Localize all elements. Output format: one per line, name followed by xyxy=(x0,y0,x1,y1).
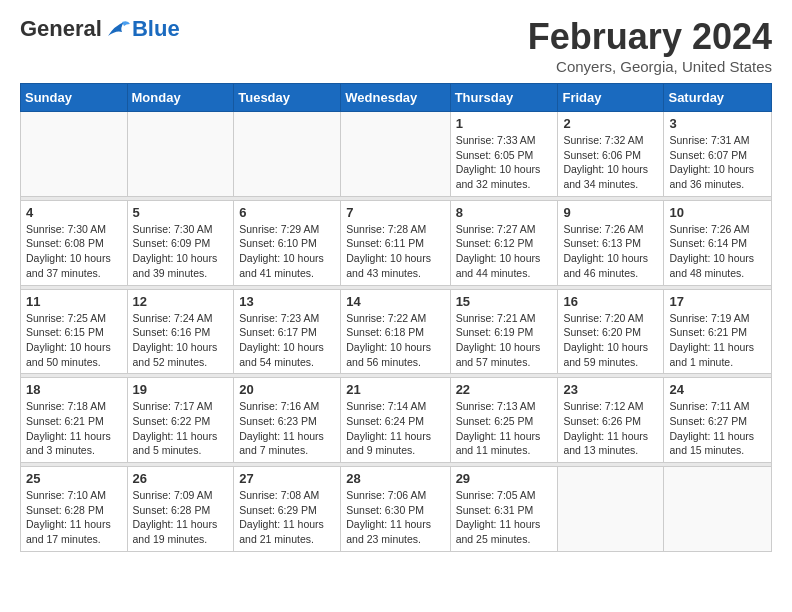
day-number: 3 xyxy=(669,116,766,131)
calendar-cell: 17Sunrise: 7:19 AMSunset: 6:21 PMDayligh… xyxy=(664,289,772,374)
calendar-cell: 21Sunrise: 7:14 AMSunset: 6:24 PMDayligh… xyxy=(341,378,450,463)
day-number: 21 xyxy=(346,382,444,397)
calendar-cell: 29Sunrise: 7:05 AMSunset: 6:31 PMDayligh… xyxy=(450,467,558,552)
weekday-header-friday: Friday xyxy=(558,84,664,112)
logo-general: General xyxy=(20,16,102,42)
day-detail: Sunrise: 7:30 AMSunset: 6:09 PMDaylight:… xyxy=(133,222,229,281)
week-row-2: 4Sunrise: 7:30 AMSunset: 6:08 PMDaylight… xyxy=(21,200,772,285)
day-number: 6 xyxy=(239,205,335,220)
day-detail: Sunrise: 7:26 AMSunset: 6:13 PMDaylight:… xyxy=(563,222,658,281)
calendar-cell: 11Sunrise: 7:25 AMSunset: 6:15 PMDayligh… xyxy=(21,289,128,374)
day-detail: Sunrise: 7:30 AMSunset: 6:08 PMDaylight:… xyxy=(26,222,122,281)
day-number: 24 xyxy=(669,382,766,397)
calendar-cell: 6Sunrise: 7:29 AMSunset: 6:10 PMDaylight… xyxy=(234,200,341,285)
day-detail: Sunrise: 7:23 AMSunset: 6:17 PMDaylight:… xyxy=(239,311,335,370)
day-number: 7 xyxy=(346,205,444,220)
day-number: 25 xyxy=(26,471,122,486)
logo-text: General Blue xyxy=(20,16,180,42)
calendar-cell xyxy=(558,467,664,552)
day-number: 28 xyxy=(346,471,444,486)
day-detail: Sunrise: 7:09 AMSunset: 6:28 PMDaylight:… xyxy=(133,488,229,547)
logo-blue: Blue xyxy=(132,16,180,42)
weekday-header-thursday: Thursday xyxy=(450,84,558,112)
day-detail: Sunrise: 7:05 AMSunset: 6:31 PMDaylight:… xyxy=(456,488,553,547)
day-number: 2 xyxy=(563,116,658,131)
day-detail: Sunrise: 7:11 AMSunset: 6:27 PMDaylight:… xyxy=(669,399,766,458)
day-number: 29 xyxy=(456,471,553,486)
day-number: 23 xyxy=(563,382,658,397)
calendar-cell: 8Sunrise: 7:27 AMSunset: 6:12 PMDaylight… xyxy=(450,200,558,285)
logo-bird-icon xyxy=(104,18,132,40)
calendar-cell: 22Sunrise: 7:13 AMSunset: 6:25 PMDayligh… xyxy=(450,378,558,463)
day-detail: Sunrise: 7:20 AMSunset: 6:20 PMDaylight:… xyxy=(563,311,658,370)
day-number: 15 xyxy=(456,294,553,309)
calendar-cell: 13Sunrise: 7:23 AMSunset: 6:17 PMDayligh… xyxy=(234,289,341,374)
day-detail: Sunrise: 7:06 AMSunset: 6:30 PMDaylight:… xyxy=(346,488,444,547)
day-number: 11 xyxy=(26,294,122,309)
calendar-cell: 16Sunrise: 7:20 AMSunset: 6:20 PMDayligh… xyxy=(558,289,664,374)
week-row-4: 18Sunrise: 7:18 AMSunset: 6:21 PMDayligh… xyxy=(21,378,772,463)
day-detail: Sunrise: 7:26 AMSunset: 6:14 PMDaylight:… xyxy=(669,222,766,281)
day-detail: Sunrise: 7:13 AMSunset: 6:25 PMDaylight:… xyxy=(456,399,553,458)
calendar-cell: 20Sunrise: 7:16 AMSunset: 6:23 PMDayligh… xyxy=(234,378,341,463)
day-detail: Sunrise: 7:25 AMSunset: 6:15 PMDaylight:… xyxy=(26,311,122,370)
day-detail: Sunrise: 7:29 AMSunset: 6:10 PMDaylight:… xyxy=(239,222,335,281)
day-number: 16 xyxy=(563,294,658,309)
day-number: 9 xyxy=(563,205,658,220)
calendar-cell: 24Sunrise: 7:11 AMSunset: 6:27 PMDayligh… xyxy=(664,378,772,463)
calendar-cell: 23Sunrise: 7:12 AMSunset: 6:26 PMDayligh… xyxy=(558,378,664,463)
day-number: 10 xyxy=(669,205,766,220)
calendar-cell: 27Sunrise: 7:08 AMSunset: 6:29 PMDayligh… xyxy=(234,467,341,552)
calendar-cell: 12Sunrise: 7:24 AMSunset: 6:16 PMDayligh… xyxy=(127,289,234,374)
calendar-cell: 5Sunrise: 7:30 AMSunset: 6:09 PMDaylight… xyxy=(127,200,234,285)
day-number: 5 xyxy=(133,205,229,220)
calendar-cell: 3Sunrise: 7:31 AMSunset: 6:07 PMDaylight… xyxy=(664,112,772,197)
day-number: 4 xyxy=(26,205,122,220)
weekday-header-wednesday: Wednesday xyxy=(341,84,450,112)
weekday-header-tuesday: Tuesday xyxy=(234,84,341,112)
day-detail: Sunrise: 7:31 AMSunset: 6:07 PMDaylight:… xyxy=(669,133,766,192)
day-detail: Sunrise: 7:12 AMSunset: 6:26 PMDaylight:… xyxy=(563,399,658,458)
day-detail: Sunrise: 7:10 AMSunset: 6:28 PMDaylight:… xyxy=(26,488,122,547)
calendar-cell xyxy=(21,112,128,197)
day-number: 14 xyxy=(346,294,444,309)
calendar-cell: 7Sunrise: 7:28 AMSunset: 6:11 PMDaylight… xyxy=(341,200,450,285)
calendar-cell xyxy=(664,467,772,552)
day-detail: Sunrise: 7:16 AMSunset: 6:23 PMDaylight:… xyxy=(239,399,335,458)
calendar-cell: 18Sunrise: 7:18 AMSunset: 6:21 PMDayligh… xyxy=(21,378,128,463)
month-year-title: February 2024 xyxy=(528,16,772,58)
day-detail: Sunrise: 7:18 AMSunset: 6:21 PMDaylight:… xyxy=(26,399,122,458)
week-row-5: 25Sunrise: 7:10 AMSunset: 6:28 PMDayligh… xyxy=(21,467,772,552)
day-number: 18 xyxy=(26,382,122,397)
calendar-cell: 19Sunrise: 7:17 AMSunset: 6:22 PMDayligh… xyxy=(127,378,234,463)
day-detail: Sunrise: 7:27 AMSunset: 6:12 PMDaylight:… xyxy=(456,222,553,281)
day-number: 19 xyxy=(133,382,229,397)
title-area: February 2024 Conyers, Georgia, United S… xyxy=(528,16,772,75)
calendar-cell xyxy=(341,112,450,197)
day-number: 13 xyxy=(239,294,335,309)
weekday-header-saturday: Saturday xyxy=(664,84,772,112)
calendar-cell: 2Sunrise: 7:32 AMSunset: 6:06 PMDaylight… xyxy=(558,112,664,197)
weekday-header-monday: Monday xyxy=(127,84,234,112)
calendar-cell xyxy=(234,112,341,197)
calendar-cell xyxy=(127,112,234,197)
day-number: 27 xyxy=(239,471,335,486)
day-number: 8 xyxy=(456,205,553,220)
day-detail: Sunrise: 7:33 AMSunset: 6:05 PMDaylight:… xyxy=(456,133,553,192)
day-detail: Sunrise: 7:21 AMSunset: 6:19 PMDaylight:… xyxy=(456,311,553,370)
day-detail: Sunrise: 7:32 AMSunset: 6:06 PMDaylight:… xyxy=(563,133,658,192)
day-detail: Sunrise: 7:28 AMSunset: 6:11 PMDaylight:… xyxy=(346,222,444,281)
header: General Blue February 2024 Conyers, Geor… xyxy=(20,16,772,75)
calendar-cell: 14Sunrise: 7:22 AMSunset: 6:18 PMDayligh… xyxy=(341,289,450,374)
week-row-3: 11Sunrise: 7:25 AMSunset: 6:15 PMDayligh… xyxy=(21,289,772,374)
calendar-cell: 1Sunrise: 7:33 AMSunset: 6:05 PMDaylight… xyxy=(450,112,558,197)
day-detail: Sunrise: 7:14 AMSunset: 6:24 PMDaylight:… xyxy=(346,399,444,458)
day-number: 20 xyxy=(239,382,335,397)
week-row-1: 1Sunrise: 7:33 AMSunset: 6:05 PMDaylight… xyxy=(21,112,772,197)
calendar-cell: 9Sunrise: 7:26 AMSunset: 6:13 PMDaylight… xyxy=(558,200,664,285)
day-detail: Sunrise: 7:24 AMSunset: 6:16 PMDaylight:… xyxy=(133,311,229,370)
calendar-cell: 26Sunrise: 7:09 AMSunset: 6:28 PMDayligh… xyxy=(127,467,234,552)
day-detail: Sunrise: 7:19 AMSunset: 6:21 PMDaylight:… xyxy=(669,311,766,370)
weekday-header-sunday: Sunday xyxy=(21,84,128,112)
day-number: 12 xyxy=(133,294,229,309)
